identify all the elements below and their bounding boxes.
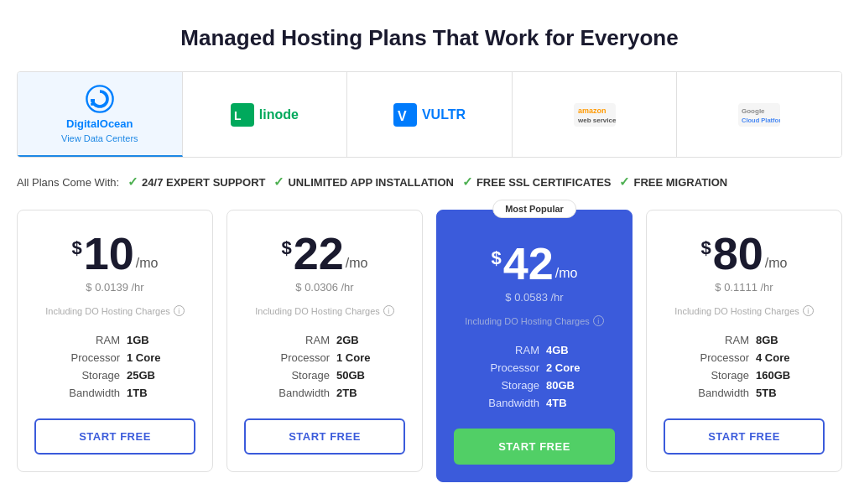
provider-tab-digitalocean[interactable]: DigitalOcean View Data Centers <box>18 72 183 157</box>
hosting-charges-10: Including DO Hosting Charges i <box>34 305 195 316</box>
page-title: Managed Hosting Plans That Work for Ever… <box>17 25 842 51</box>
svg-rect-2 <box>91 103 94 106</box>
do-name: DigitalOcean <box>66 117 133 130</box>
price-hourly-42: $ 0.0583 /hr <box>454 291 615 304</box>
plan-22-card: $ 22 /mo $ 0.0306 /hr Including DO Hosti… <box>226 210 423 472</box>
features-bar: All Plans Come With: ✓ 24/7 EXPERT SUPPO… <box>17 174 842 190</box>
price-dollar-42: $ <box>492 247 502 269</box>
start-btn-10[interactable]: START FREE <box>34 418 195 455</box>
provider-tab-aws[interactable]: amazon web services <box>513 72 678 157</box>
linode-icon: L <box>231 103 254 127</box>
info-icon-22[interactable]: i <box>383 305 394 316</box>
linode-label: linode <box>259 107 299 122</box>
spec-storage-80: Storage 160GB <box>664 366 825 384</box>
check-icon-4: ✓ <box>619 174 630 190</box>
info-icon-42[interactable]: i <box>593 315 604 326</box>
price-dollar-10: $ <box>72 237 82 259</box>
spec-bandwidth-22: Bandwidth 2TB <box>244 384 405 402</box>
vultr-icon: V <box>393 103 417 127</box>
aws-icon: amazon web services <box>574 103 616 127</box>
price-block-22: $ 22 /mo <box>244 231 405 276</box>
price-block-10: $ 10 /mo <box>34 231 195 276</box>
start-btn-42[interactable]: START FREE <box>454 429 615 465</box>
price-amount-80: 80 <box>713 231 763 276</box>
spec-bandwidth-80: Bandwidth 5TB <box>664 384 825 402</box>
hosting-charges-22: Including DO Hosting Charges i <box>244 305 405 316</box>
price-period-22: /mo <box>346 256 368 271</box>
spec-storage-42: Storage 80GB <box>454 377 615 394</box>
check-icon-3: ✓ <box>462 174 473 190</box>
svg-text:Google: Google <box>742 107 765 115</box>
price-hourly-22: $ 0.0306 /hr <box>244 281 405 294</box>
provider-tab-linode[interactable]: L linode <box>183 72 348 157</box>
gcp-icon: Google Cloud Platform <box>738 103 780 127</box>
price-period-10: /mo <box>136 256 159 271</box>
info-icon-10[interactable]: i <box>174 305 185 316</box>
svg-text:Cloud Platform: Cloud Platform <box>742 117 780 124</box>
do-link[interactable]: View Data Centers <box>61 133 138 143</box>
plan-42-card: Most Popular $ 42 /mo $ 0.0583 /hr Inclu… <box>436 210 633 482</box>
provider-tabs: DigitalOcean View Data Centers L linode … <box>17 71 842 158</box>
price-amount-42: 42 <box>503 241 554 286</box>
spec-storage-10: Storage 25GB <box>34 366 195 384</box>
spec-processor-80: Processor 4 Core <box>664 349 825 366</box>
start-btn-80[interactable]: START FREE <box>664 418 825 455</box>
hosting-charges-80: Including DO Hosting Charges i <box>664 305 825 316</box>
svg-text:L: L <box>234 109 242 122</box>
features-prefix: All Plans Come With: <box>17 176 119 189</box>
price-dollar-80: $ <box>701 237 711 259</box>
price-hourly-10: $ 0.0139 /hr <box>34 281 195 294</box>
plan-10-card: $ 10 /mo $ 0.0139 /hr Including DO Hosti… <box>17 210 213 472</box>
spec-ram-22: RAM 2GB <box>244 331 405 349</box>
feature-support: ✓ 24/7 EXPERT SUPPORT <box>128 174 265 190</box>
feature-ssl: ✓ FREE SSL CERTIFICATES <box>462 174 612 190</box>
svg-rect-1 <box>91 99 95 102</box>
specs-10: RAM 1GB Processor 1 Core Storage 25GB Ba… <box>34 331 195 402</box>
price-period-80: /mo <box>765 256 788 271</box>
digitalocean-icon <box>85 84 115 114</box>
plan-80-card: $ 80 /mo $ 0.1111 /hr Including DO Hosti… <box>646 210 842 472</box>
spec-ram-42: RAM 4GB <box>454 341 615 359</box>
svg-text:V: V <box>398 109 407 123</box>
price-block-42: $ 42 /mo <box>454 241 615 286</box>
check-icon-1: ✓ <box>128 174 138 190</box>
price-dollar-22: $ <box>282 237 292 259</box>
spec-ram-80: RAM 8GB <box>664 331 825 349</box>
price-block-80: $ 80 /mo <box>664 231 825 276</box>
feature-migration: ✓ FREE MIGRATION <box>619 174 727 190</box>
spec-processor-22: Processor 1 Core <box>244 349 405 366</box>
price-hourly-80: $ 0.1111 /hr <box>664 281 825 294</box>
info-icon-80[interactable]: i <box>803 305 814 316</box>
spec-storage-22: Storage 50GB <box>244 366 405 384</box>
spec-bandwidth-42: Bandwidth 4TB <box>454 394 615 412</box>
vultr-label: VULTR <box>422 107 466 122</box>
svg-point-0 <box>86 86 112 112</box>
most-popular-badge: Most Popular <box>492 200 576 218</box>
start-btn-22[interactable]: START FREE <box>244 418 405 455</box>
price-amount-10: 10 <box>84 231 134 276</box>
provider-tab-gcp[interactable]: Google Cloud Platform <box>677 72 841 157</box>
price-amount-22: 22 <box>294 231 344 276</box>
spec-processor-10: Processor 1 Core <box>34 349 195 366</box>
spec-ram-10: RAM 1GB <box>34 331 195 349</box>
spec-processor-42: Processor 2 Core <box>454 359 615 377</box>
hosting-charges-42: Including DO Hosting Charges i <box>454 315 615 326</box>
specs-22: RAM 2GB Processor 1 Core Storage 50GB Ba… <box>244 331 405 402</box>
provider-tab-vultr[interactable]: V VULTR <box>347 72 513 157</box>
pricing-cards: $ 10 /mo $ 0.0139 /hr Including DO Hosti… <box>17 210 842 482</box>
price-period-42: /mo <box>555 266 578 281</box>
feature-app-install: ✓ UNLIMITED APP INSTALLATION <box>273 174 453 190</box>
specs-80: RAM 8GB Processor 4 Core Storage 160GB B… <box>664 331 825 402</box>
spec-bandwidth-10: Bandwidth 1TB <box>34 384 195 402</box>
specs-42: RAM 4GB Processor 2 Core Storage 80GB Ba… <box>454 341 615 412</box>
svg-text:amazon: amazon <box>578 107 607 115</box>
check-icon-2: ✓ <box>273 174 284 190</box>
svg-text:web services: web services <box>577 117 616 124</box>
